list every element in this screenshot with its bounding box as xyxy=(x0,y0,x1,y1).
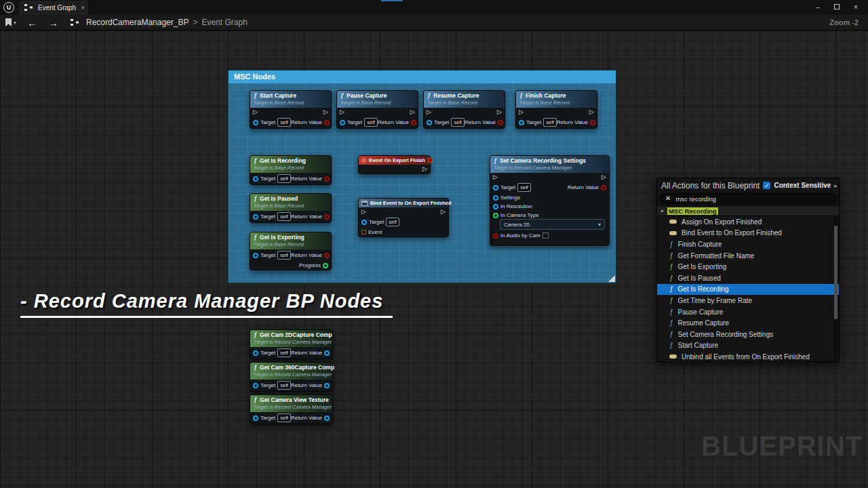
bookmark-dropdown-icon[interactable]: ▾ xyxy=(14,20,16,26)
exec-out-pin[interactable] xyxy=(601,174,606,180)
audio-by-cam-checkbox[interactable] xyxy=(542,232,549,239)
target-pin[interactable] xyxy=(427,120,432,125)
self-value[interactable]: self xyxy=(517,183,531,192)
action-search-bar[interactable]: ✕ xyxy=(659,193,837,204)
event-delegate-pin[interactable] xyxy=(361,230,366,235)
return-value-pin[interactable] xyxy=(411,120,416,125)
target-pin[interactable] xyxy=(253,415,258,421)
self-value[interactable]: self xyxy=(277,174,291,183)
return-value-pin[interactable] xyxy=(601,185,606,190)
self-value[interactable]: self xyxy=(277,381,291,390)
exec-out-pin[interactable] xyxy=(497,109,502,115)
context-sensitive-checkbox[interactable]: ✓ xyxy=(763,182,770,189)
action-item[interactable]: Bind Event to On Export Finished xyxy=(657,228,839,239)
return-value-pin[interactable] xyxy=(324,383,330,388)
target-pin[interactable] xyxy=(361,220,367,225)
action-item[interactable]: Finish Capture xyxy=(657,239,839,250)
exec-in-pin[interactable] xyxy=(427,109,431,115)
exec-out-pin[interactable] xyxy=(441,209,446,215)
close-button[interactable]: × xyxy=(846,0,865,14)
self-value[interactable]: self xyxy=(277,413,291,422)
node-event-on-export-finish[interactable]: ◆Event On Export Finish xyxy=(358,155,431,174)
tab-close-icon[interactable]: × xyxy=(81,4,85,12)
in-camera-type-pin[interactable] xyxy=(493,213,498,218)
node-get-is-recording[interactable]: Get Is Recording Target is Base Record T… xyxy=(250,155,332,185)
expand-triangle-icon[interactable]: ▼ xyxy=(660,209,665,214)
forward-button[interactable]: → xyxy=(48,17,58,28)
node-get-is-paused[interactable]: Get Is Paused Target is Base Record Targ… xyxy=(250,193,332,223)
self-value[interactable]: self xyxy=(277,348,291,357)
exec-in-pin[interactable] xyxy=(519,109,524,115)
action-item[interactable]: Get Is Paused xyxy=(657,272,839,284)
action-item[interactable]: Pause Capture xyxy=(657,306,839,318)
self-value[interactable]: self xyxy=(277,212,291,221)
minimize-button[interactable]: – xyxy=(808,0,827,14)
return-value-pin[interactable] xyxy=(324,350,330,356)
back-button[interactable]: ← xyxy=(27,17,37,28)
return-value-pin[interactable] xyxy=(324,120,330,125)
self-value[interactable]: self xyxy=(364,118,378,127)
return-value-pin[interactable] xyxy=(324,415,330,421)
node-get-camera-view-texture[interactable]: Get Camera View Texture Target is Record… xyxy=(250,394,333,424)
panel-scrollbar[interactable] xyxy=(834,216,837,359)
target-pin[interactable] xyxy=(253,253,258,258)
node-bind-event-to-on-export-finished[interactable]: Bind Event to On Export Finished Targets… xyxy=(358,198,449,237)
target-pin[interactable] xyxy=(340,120,345,125)
comment-title[interactable]: MSC Nodes xyxy=(229,70,616,83)
exec-in-pin[interactable] xyxy=(253,109,258,115)
breadcrumb-root[interactable]: RecordCameraManager_BP xyxy=(86,18,189,27)
tab-event-graph[interactable]: Event Graph × xyxy=(19,1,88,15)
return-value-pin[interactable] xyxy=(498,120,503,125)
exec-out-pin[interactable] xyxy=(323,109,328,115)
clear-search-icon[interactable]: ✕ xyxy=(665,195,671,202)
action-item[interactable]: Start Capture xyxy=(657,340,839,352)
action-item-selected[interactable]: Get Is Recording xyxy=(657,284,839,296)
target-pin[interactable] xyxy=(253,350,258,356)
return-value-pin[interactable] xyxy=(324,176,330,182)
action-item[interactable]: Resume Capture xyxy=(657,317,839,329)
progress-pin[interactable] xyxy=(323,263,328,268)
exec-in-pin[interactable] xyxy=(340,109,344,115)
exec-out-pin[interactable] xyxy=(422,166,427,172)
delegate-pin[interactable] xyxy=(428,158,433,163)
target-pin[interactable] xyxy=(253,176,258,182)
node-set-camera-recording-settings[interactable]: Set Camera Recording Settings Target is … xyxy=(490,155,610,246)
self-value[interactable]: self xyxy=(386,218,399,226)
node-finish-capture[interactable]: Finish Capture Target is Base Record Tar… xyxy=(515,90,597,129)
search-input[interactable] xyxy=(675,195,831,203)
self-value[interactable]: self xyxy=(277,118,291,127)
action-item[interactable]: Unbind all Events from On Export Finishe… xyxy=(657,351,839,363)
self-value[interactable]: self xyxy=(543,118,557,127)
in-resolution-pin[interactable] xyxy=(493,204,498,209)
node-start-capture[interactable]: Start Capture Target is Base Record Targ… xyxy=(250,90,332,129)
target-pin[interactable] xyxy=(253,120,258,125)
exec-in-pin[interactable] xyxy=(361,209,366,215)
in-audio-by-cam-pin[interactable] xyxy=(493,233,498,239)
exec-in-pin[interactable] xyxy=(493,174,498,180)
target-pin[interactable] xyxy=(493,185,498,190)
settings-pin[interactable] xyxy=(493,195,498,201)
target-pin[interactable] xyxy=(253,383,258,388)
action-item[interactable]: Set Camera Recording Settings xyxy=(657,329,839,340)
comment-resize-handle[interactable] xyxy=(608,275,615,282)
node-get-cam-360capture-comp[interactable]: Get Cam 360Capture Comp Target is Record… xyxy=(250,362,333,392)
restore-button[interactable] xyxy=(827,0,846,14)
caret-right-icon[interactable]: ▸ xyxy=(834,182,837,189)
target-pin[interactable] xyxy=(519,120,524,125)
target-pin[interactable] xyxy=(253,214,258,220)
bookmark-icon[interactable] xyxy=(5,18,12,26)
node-resume-capture[interactable]: Resume Capture Target is Base Record Tar… xyxy=(423,90,505,129)
category-msc-recording[interactable]: ▼ MSC Recording xyxy=(657,205,839,216)
node-get-is-exporting[interactable]: Get Is Exporting Target is Base Record T… xyxy=(250,232,332,270)
action-item[interactable]: Get Formatted File Name xyxy=(657,250,839,262)
camera-type-dropdown[interactable]: Camera 2D ▾ xyxy=(500,219,605,230)
return-value-pin[interactable] xyxy=(590,120,595,125)
return-value-pin[interactable] xyxy=(324,214,330,220)
node-get-cam-2dcapture-comp[interactable]: Get Cam 2DCapture Comp Target is Record … xyxy=(250,329,333,359)
action-item[interactable]: Get Time by Frame Rate xyxy=(657,295,839,306)
exec-out-pin[interactable] xyxy=(410,109,415,115)
return-value-pin[interactable] xyxy=(324,253,330,258)
action-item[interactable]: Get Is Exporting xyxy=(657,261,839,272)
self-value[interactable]: self xyxy=(451,118,465,127)
action-item[interactable]: Assign On Export Finished xyxy=(657,216,839,228)
